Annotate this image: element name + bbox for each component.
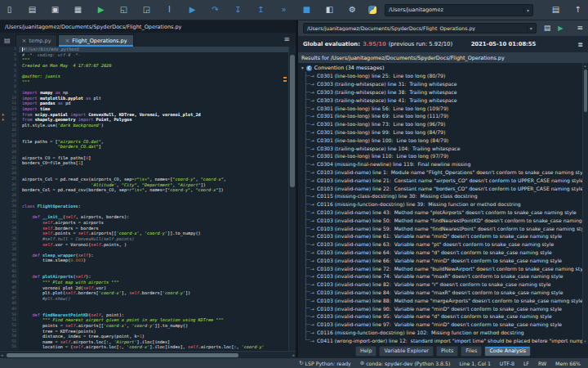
code-line-41[interactable]: 41 bbox=[0, 263, 296, 269]
editor-hscroll-thumb[interactable] bbox=[7, 353, 238, 357]
pane-tab-code-analysis[interactable]: Code Analysis bbox=[484, 346, 531, 357]
code-line-30[interactable]: 30class FlightOperations: bbox=[0, 204, 296, 209]
code-line-27[interactable]: 27borders_Col = pd.read_csv(borders_CO, … bbox=[0, 187, 296, 193]
lint-message[interactable]: →C0103 (invalid-name) line 59: Method na… bbox=[298, 224, 588, 232]
save-icon[interactable]: ▣ bbox=[51, 6, 60, 14]
lint-message[interactable]: →C0103 (invalid-name) line 21: Constant … bbox=[298, 176, 588, 184]
pane-tab-files[interactable]: Files bbox=[461, 346, 482, 357]
code-line-29[interactable]: 29 bbox=[0, 199, 296, 204]
run-cell-icon[interactable]: ◱ bbox=[119, 6, 128, 14]
lint-message[interactable]: →C0103 (invalid-name) line 64: Variable … bbox=[298, 249, 588, 257]
code-line-2[interactable]: 2# -*- coding: utf-8 -*- bbox=[0, 52, 296, 58]
code-line-32[interactable]: 32 def __init__(self, airports, borders)… bbox=[0, 214, 296, 220]
code-line-17[interactable]: 17 bbox=[0, 133, 296, 139]
lint-message[interactable]: →C0301 (line-too-long) line 25: Line too… bbox=[298, 72, 588, 80]
code-line-10[interactable]: 10import matplotlib.pyplot as plt bbox=[0, 96, 296, 101]
code-line-36[interactable]: 36 #self.hull = ConvexHull(self.points) bbox=[0, 236, 296, 242]
maximize-pane-icon[interactable]: ◧ bbox=[325, 6, 334, 14]
code-editor[interactable]: 1#!/usr/bin/env python32# -*- coding: ut… bbox=[0, 47, 296, 351]
lint-message[interactable]: →C0301 (line-too-long) line 110: Line to… bbox=[298, 152, 588, 160]
scroll-left-icon[interactable]: ◂ bbox=[1, 352, 3, 358]
code-line-34[interactable]: 34 self.borders = borders bbox=[0, 226, 296, 231]
lint-message[interactable]: →C0411 (wrong-import-order) line 12: sta… bbox=[298, 336, 588, 344]
code-line-7[interactable]: 7""" bbox=[0, 79, 296, 85]
lint-message[interactable]: →C0301 (line-too-long) line 99: Line too… bbox=[298, 128, 588, 137]
lint-message[interactable]: →C0103 (invalid-name) line 74: Variable … bbox=[298, 272, 588, 280]
lint-message[interactable]: →C0301 (line-too-long) line 56: Line too… bbox=[298, 104, 588, 112]
lint-message[interactable]: →C0103 (invalid-name) line 63: Variable … bbox=[298, 240, 588, 249]
output-icon[interactable]: ≣ bbox=[577, 41, 583, 48]
lint-message[interactable]: →C0301 (line-too-long) line 100: Line to… bbox=[298, 136, 588, 144]
chevron-down-icon[interactable]: ▾ bbox=[527, 25, 532, 31]
code-line-12[interactable]: 12import time bbox=[0, 106, 296, 112]
chevron-down-icon[interactable]: ▾ bbox=[523, 7, 529, 13]
save-all-icon[interactable]: ▦ bbox=[74, 6, 82, 14]
scroll-down-icon[interactable]: ▾ bbox=[583, 339, 588, 343]
lint-message[interactable]: →C0303 (trailing-whitespace) line 31: Tr… bbox=[298, 80, 588, 88]
code-line-25[interactable]: 25airports_Col = pd.read_csv(airports_CO… bbox=[0, 177, 296, 182]
lint-message[interactable]: →C0103 (invalid-name) line 88: Method na… bbox=[298, 296, 588, 304]
code-line-31[interactable]: 31 bbox=[0, 209, 296, 215]
browse-directory-icon[interactable]: ▤ bbox=[551, 6, 560, 14]
lint-message[interactable]: →C0103 (invalid-name) line 1: Module nam… bbox=[298, 168, 588, 177]
code-line-6[interactable]: 6@author: juanis bbox=[0, 74, 296, 79]
code-line-48[interactable]: 48 bbox=[0, 301, 296, 307]
code-line-47[interactable]: 47 #plt.show() bbox=[0, 296, 296, 302]
code-line-11[interactable]: 11import pandas as pd bbox=[0, 101, 296, 106]
lint-message[interactable]: →C0103 (invalid-name) line 50: Method na… bbox=[298, 216, 588, 224]
code-line-46[interactable]: 46 plt.plot(self.borders['coord-x'], sel… bbox=[0, 290, 296, 296]
code-line-55[interactable]: 55 name = self.airports.loc[:, 'Airport'… bbox=[0, 339, 296, 345]
code-line-49[interactable]: 49 bbox=[0, 307, 296, 312]
parent-directory-icon[interactable]: ↑ bbox=[573, 6, 582, 14]
code-line-5[interactable]: 5 bbox=[0, 69, 296, 74]
warning-flag-mark[interactable] bbox=[283, 77, 287, 79]
editor-vertical-scrollbar[interactable] bbox=[288, 47, 296, 351]
panel-options-icon[interactable]: ≡ bbox=[577, 25, 583, 32]
continue-icon[interactable]: » bbox=[279, 6, 288, 14]
lint-message[interactable]: →C0103 (invalid-name) line 97: Variable … bbox=[298, 321, 588, 329]
debug-icon[interactable]: ▶ bbox=[188, 6, 197, 14]
code-line-8[interactable]: 8 bbox=[0, 84, 296, 90]
warning-flag-mark[interactable] bbox=[283, 80, 287, 82]
code-line-37[interactable]: 37 self.vor = Voronoi(self.points, ) bbox=[0, 242, 296, 248]
lint-message[interactable]: →C0103 (invalid-name) line 95: Variable … bbox=[298, 312, 588, 321]
code-line-33[interactable]: 33 self.airports = airports bbox=[0, 220, 296, 226]
lint-message[interactable]: →C0103 (invalid-name) line 90: Variable … bbox=[298, 304, 588, 312]
lint-message[interactable]: →C0103 (invalid-name) line 22: Constant … bbox=[298, 184, 588, 192]
scroll-up-icon[interactable]: ▴ bbox=[583, 64, 588, 68]
code-line-16[interactable]: 16 bbox=[0, 128, 296, 133]
tree-vscroll-thumb[interactable] bbox=[584, 70, 587, 112]
code-line-22[interactable]: 22borders_CO=file_paths[1] bbox=[0, 160, 296, 166]
code-line-26[interactable]: 26 'Altitude', "City", "Department", "Ai… bbox=[0, 182, 296, 188]
interpreter-status[interactable]: ⊛conda: spyder-dev (Python 3.8.5) bbox=[360, 360, 451, 366]
code-line-56[interactable]: 56 location = (self.airports.loc[:, 'coo… bbox=[0, 344, 296, 350]
code-line-14[interactable]: ▲14from shapely.geometry import Point, P… bbox=[0, 117, 296, 123]
run-icon[interactable]: ▶ bbox=[96, 6, 105, 14]
code-line-44[interactable]: 44 """ Plot map with airports """ bbox=[0, 280, 296, 285]
close-tab-icon[interactable]: × bbox=[65, 38, 69, 44]
code-line-39[interactable]: 39 def sleep_wrapper(self): bbox=[0, 253, 296, 258]
code-line-51[interactable]: 51 """ Find nearest airport given a poin… bbox=[0, 317, 296, 323]
step-over-icon[interactable]: ↷ bbox=[211, 6, 220, 14]
editor-options-icon[interactable]: ≡ bbox=[283, 35, 290, 43]
scroll-right-icon[interactable]: ▸ bbox=[292, 352, 295, 358]
code-line-18[interactable]: 18file_paths = ["airports_CO.dat", bbox=[0, 139, 296, 145]
lint-message[interactable]: →C0103 (invalid-name) line 72: Method na… bbox=[298, 264, 588, 272]
collapse-chevron-icon[interactable]: ▾ bbox=[301, 65, 304, 70]
run-analysis-icon[interactable]: ▶ bbox=[558, 25, 563, 32]
code-line-45[interactable]: 45 voronoi_plot_2d(self.vor) bbox=[0, 285, 296, 291]
lint-message[interactable]: →C0303 (trailing-whitespace) line 38: Tr… bbox=[298, 88, 588, 96]
lint-message[interactable]: →C0301 (line-too-long) line 73: Line too… bbox=[298, 120, 588, 128]
select-file-icon[interactable]: ▤ bbox=[544, 25, 551, 32]
lint-message[interactable]: →C0103 (invalid-name) line 43: Method na… bbox=[298, 209, 588, 217]
code-line-20[interactable]: 20 bbox=[0, 150, 296, 155]
editor-tab-temp.py[interactable]: ×temp.py bbox=[16, 34, 58, 47]
tree-vertical-scrollbar[interactable]: ▴ ▾ bbox=[582, 63, 588, 344]
lint-message[interactable]: →C0103 (invalid-name) line 66: Variable … bbox=[298, 256, 588, 264]
code-line-35[interactable]: 35 self.points = self.airports[['coord-x… bbox=[0, 231, 296, 236]
code-line-19[interactable]: 19 "borders_CO.dat"] bbox=[0, 144, 296, 150]
editor-horizontal-scrollbar[interactable]: ◂ ▸ bbox=[0, 351, 296, 357]
code-line-9[interactable]: 9import numpy as np bbox=[0, 90, 296, 96]
convention-group-row[interactable]: ▾ C Convention (34 messages) bbox=[298, 64, 588, 72]
code-line-4[interactable]: 4Created on Mon May 4 17:07:07 2020 bbox=[0, 63, 296, 69]
